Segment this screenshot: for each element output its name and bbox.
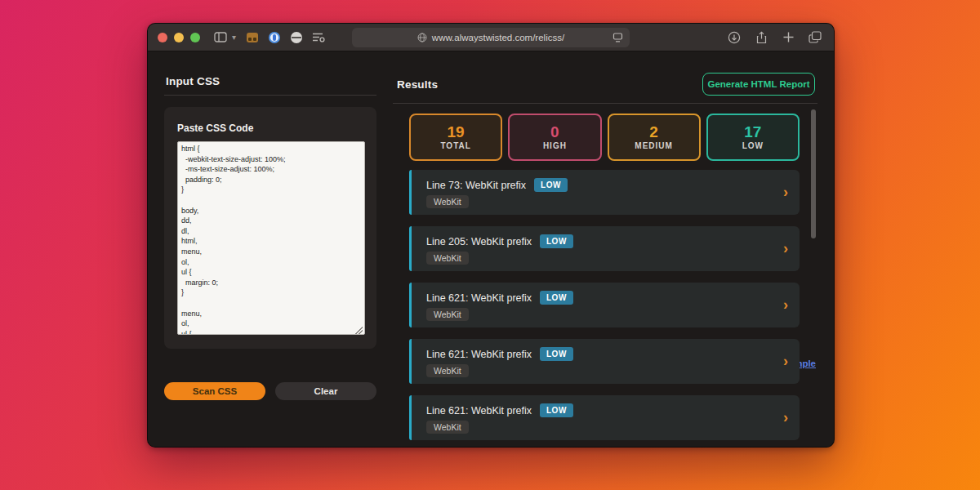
burger-extension-icon[interactable] (287, 29, 305, 47)
stat-high-label: HIGH (543, 141, 567, 150)
paste-css-heading: Paste CSS Code (177, 122, 253, 134)
browser-toolbar: ▾ www.alwaystwisted.com/relicss/ (148, 24, 834, 51)
stat-total-value: 19 (448, 124, 465, 140)
severity-badge: LOW (540, 234, 573, 248)
chevron-right-icon[interactable]: › (783, 353, 788, 368)
result-row[interactable]: Line 205: WebKit prefix LOW WebKit › (409, 226, 800, 271)
stat-low-value: 17 (744, 124, 761, 140)
chevron-right-icon[interactable]: › (783, 184, 788, 198)
input-buttons: Scan CSS Clear (164, 382, 376, 400)
input-divider (164, 95, 376, 96)
results-list: Line 73: WebKit prefix LOW WebKit › Line… (409, 170, 800, 448)
results-heading: Results (397, 78, 438, 91)
stat-total-label: TOTAL (440, 141, 470, 150)
input-css-heading: Input CSS (166, 75, 220, 87)
result-title: Line 73: WebKit prefix (426, 180, 526, 191)
traffic-lights (158, 33, 200, 42)
close-window-button[interactable] (158, 33, 167, 42)
browser-window: ▾ www.alwaystwisted.com/relicss/ (147, 23, 835, 448)
stat-card-total: 19 TOTAL (409, 114, 502, 161)
clear-button[interactable]: Clear (275, 382, 376, 400)
toolbar-right-icons (725, 29, 824, 47)
tab-overview-icon[interactable] (806, 29, 824, 47)
severity-badge: LOW (540, 403, 573, 417)
chevron-down-icon[interactable]: ▾ (232, 33, 236, 42)
sidebar-icon[interactable] (212, 29, 229, 47)
page-format-icon[interactable] (612, 33, 623, 42)
onepassword-extension-icon[interactable] (265, 29, 283, 47)
stat-medium-label: MEDIUM (635, 141, 673, 150)
scan-css-button[interactable]: Scan CSS (164, 382, 265, 400)
minimize-window-button[interactable] (174, 33, 184, 42)
page-scrollbar-thumb[interactable] (811, 109, 816, 238)
chevron-right-icon[interactable]: › (783, 409, 788, 424)
globe-icon (417, 33, 427, 42)
result-title: Line 621: WebKit prefix (426, 349, 532, 360)
stat-card-medium: 2 MEDIUM (608, 114, 701, 161)
result-title: Line 205: WebKit prefix (426, 236, 532, 247)
result-row[interactable]: Line 73: WebKit prefix LOW WebKit › (409, 170, 800, 215)
desktop-background: ▾ www.alwaystwisted.com/relicss/ (0, 0, 980, 490)
stat-high-value: 0 (550, 124, 559, 140)
css-input-textarea[interactable]: html { -webkit-text-size-adjust: 100%; -… (177, 141, 365, 335)
result-row[interactable]: Line 621: WebKit prefix LOW WebKit › (409, 339, 800, 384)
result-title: Line 621: WebKit prefix (426, 405, 532, 416)
stat-card-low: 17 LOW (706, 114, 800, 161)
chevron-right-icon[interactable]: › (783, 296, 788, 311)
share-icon[interactable] (752, 29, 770, 47)
download-icon[interactable] (725, 29, 743, 47)
stat-medium-value: 2 (649, 124, 658, 140)
result-row[interactable]: Line 621: WebKit prefix LOW WebKit › (409, 395, 800, 440)
page-content: Input CSS Paste CSS Code html { -webkit-… (148, 51, 834, 448)
severity-badge: LOW (534, 178, 568, 192)
address-bar[interactable]: www.alwaystwisted.com/relicss/ (352, 28, 630, 47)
chevron-right-icon[interactable]: › (783, 240, 788, 255)
url-text: www.alwaystwisted.com/relicss/ (432, 33, 564, 42)
stat-card-high: 0 HIGH (508, 114, 601, 161)
mask-extension-icon[interactable] (243, 29, 261, 47)
result-row[interactable]: Line 621: WebKit prefix LOW WebKit › (409, 283, 800, 327)
results-divider (393, 103, 817, 104)
generate-html-report-button[interactable]: Generate HTML Report (702, 73, 815, 96)
result-tag: WebKit (426, 252, 469, 265)
result-title: Line 621: WebKit prefix (426, 292, 532, 304)
filter-list-extension-icon[interactable] (310, 29, 327, 47)
zoom-window-button[interactable] (190, 33, 200, 42)
textarea-resize-handle[interactable] (354, 326, 363, 334)
result-tag: WebKit (426, 195, 469, 208)
result-tag: WebKit (426, 308, 469, 321)
result-tag: WebKit (426, 364, 469, 377)
stat-low-label: LOW (742, 141, 764, 150)
severity-badge: LOW (540, 347, 573, 361)
toolbar-left-icons: ▾ (212, 29, 327, 47)
paste-css-card: Paste CSS Code html { -webkit-text-size-… (164, 107, 376, 349)
severity-badge: LOW (540, 291, 573, 305)
new-tab-plus-icon[interactable] (779, 29, 797, 47)
stats-row: 19 TOTAL 0 HIGH 2 MEDIUM 17 LOW (409, 114, 800, 161)
result-tag: WebKit (426, 421, 469, 434)
